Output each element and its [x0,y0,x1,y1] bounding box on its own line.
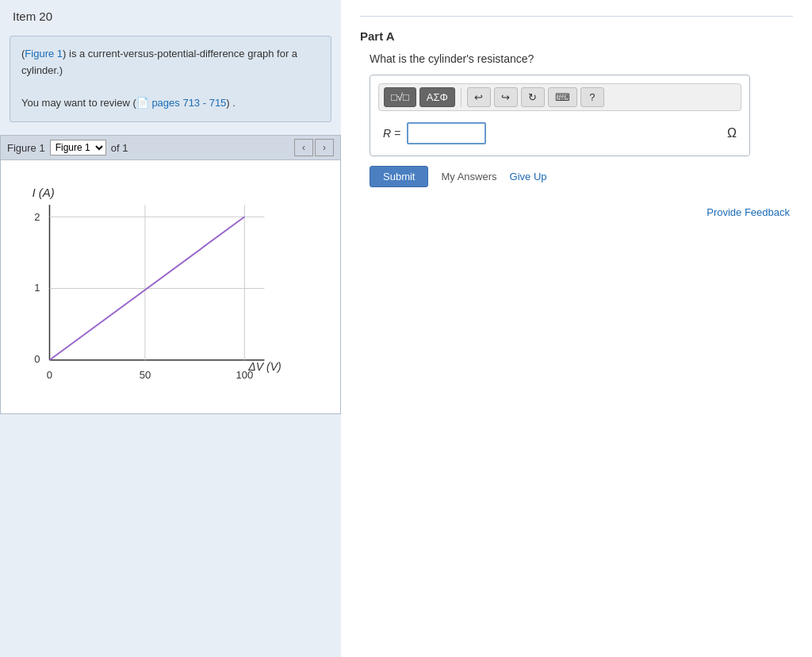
keyboard-icon: ⌨ [555,91,570,103]
left-panel: Item 20 (Figure 1) is a current-versus-p… [0,0,341,657]
keyboard-button[interactable]: ⌨ [548,87,577,107]
svg-text:ΔV (V): ΔV (V) [247,360,281,373]
figure1-link[interactable]: Figure 1 [25,48,63,60]
help-button[interactable]: ? [580,87,604,107]
svg-text:2: 2 [34,211,40,223]
svg-text:50: 50 [140,369,151,381]
greek-icon: ΑΣΦ [427,91,448,103]
svg-text:0: 0 [47,369,52,381]
redo-icon: ↪ [501,91,510,103]
give-up-link[interactable]: Give Up [510,171,547,182]
answer-input[interactable] [407,122,486,144]
item-description: (Figure 1) is a current-versus-potential… [10,36,331,122]
figure-of: of 1 [111,142,128,154]
reset-button[interactable]: ↻ [521,87,545,107]
item-title: Item 20 [0,0,341,29]
redo-button[interactable]: ↪ [494,87,518,107]
figure-label: Figure 1 [7,142,45,154]
right-panel: Part A What is the cylinder's resistance… [341,0,812,657]
figure-select[interactable]: Figure 1 [50,140,106,156]
help-icon: ? [589,91,595,103]
sqrt-icon: □√□ [391,91,409,103]
svg-text:1: 1 [34,282,40,294]
figure-nav: ‹ › [294,139,334,156]
graph-svg: I (A) 2 1 0 0 50 100 ΔV (V) [7,173,331,404]
answer-box: □√□ ΑΣΦ ↩ ↪ ↻ ⌨ [370,75,750,156]
undo-icon: ↩ [474,91,483,103]
question-text: What is the cylinder's resistance? [370,52,793,65]
svg-text:0: 0 [34,353,40,365]
math-template-button[interactable]: □√□ [384,87,416,107]
figure-header: Figure 1 Figure 1 of 1 ‹ › [0,135,341,160]
input-row: R = Ω [378,119,741,148]
description-text: (Figure 1) is a current-versus-potential… [21,48,297,76]
provide-feedback-link[interactable]: Provide Feedback [360,206,793,218]
part-title: Part A [360,29,793,43]
my-answers-link[interactable]: My Answers [441,171,496,182]
figure-panel: Figure 1 Figure 1 of 1 ‹ › I (A) 2 1 0 [0,135,341,414]
omega-symbol: Ω [727,126,737,140]
figure-next-button[interactable]: › [315,139,334,156]
math-toolbar: □√□ ΑΣΦ ↩ ↪ ↻ ⌨ [378,83,741,111]
y-axis-label: I (A) [32,186,54,199]
reset-icon: ↻ [528,91,537,103]
graph-container: I (A) 2 1 0 0 50 100 ΔV (V) [0,160,341,414]
greek-symbols-button[interactable]: ΑΣΦ [419,87,455,107]
input-label: R = [383,127,400,140]
figure-prev-button[interactable]: ‹ [294,139,313,156]
review-text: You may want to review (📄 pages 713 - 71… [21,97,236,109]
submit-button[interactable]: Submit [370,166,428,187]
action-row: Submit My Answers Give Up [370,166,793,187]
undo-button[interactable]: ↩ [467,87,491,107]
pages-link[interactable]: 📄 pages 713 - 715 [136,97,227,109]
pages-icon: 📄 [136,97,149,109]
toolbar-separator [461,88,462,107]
